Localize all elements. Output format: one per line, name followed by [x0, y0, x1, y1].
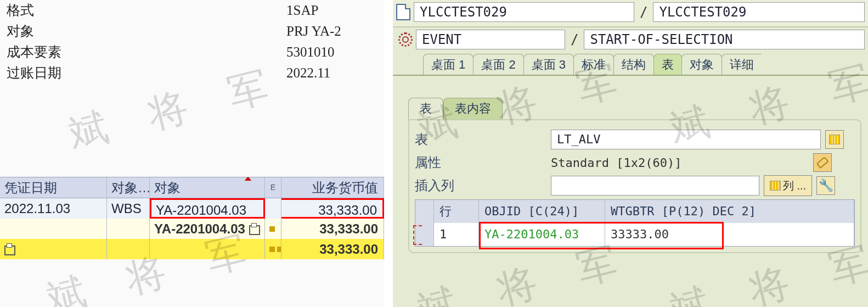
- field-value: PRJ YA-2: [286, 21, 341, 42]
- program-title-bar: /: [393, 0, 868, 27]
- col-header[interactable]: 凭证日期: [0, 177, 107, 198]
- table-header-row: 凭证日期 对象… 对象 E 业务货币值: [0, 177, 384, 198]
- settings-button[interactable]: 🔧: [816, 176, 835, 195]
- event-name-input[interactable]: [584, 30, 865, 49]
- col-header[interactable]: E: [265, 177, 281, 198]
- tab-desktop2[interactable]: 桌面 2: [473, 54, 523, 75]
- event-bar: /: [393, 27, 868, 54]
- debugger-panel: / / 桌面 1 桌面 2 桌面 3 标准 结构 表 对象 详细 表 表内容: [393, 0, 868, 307]
- cell-e: [265, 198, 281, 219]
- key-button[interactable]: [813, 153, 832, 172]
- desktop-tabstrip: 桌面 1 桌面 2 桌面 3 标准 结构 表 对象 详细: [393, 54, 868, 76]
- selection-bracket-left-icon: [413, 225, 422, 245]
- tab-structure[interactable]: 结构: [613, 54, 654, 75]
- columns-icon: [770, 181, 781, 191]
- tab-desktop1[interactable]: 桌面 1: [423, 54, 474, 75]
- key-icon: [817, 159, 828, 166]
- col-header[interactable]: 业务货币值: [281, 177, 384, 198]
- tab-desktop3[interactable]: 桌面 3: [523, 54, 574, 75]
- print-icon: [249, 225, 260, 235]
- cell-objtype: WBS: [107, 198, 150, 219]
- label-table: 表: [415, 131, 546, 148]
- insert-column-input[interactable]: [551, 176, 759, 196]
- tab-table-def[interactable]: 表: [408, 98, 443, 119]
- cell-value: 33,333.00: [281, 239, 384, 259]
- report-output-panel: 格式1SAP 对象PRJ YA-2 成本要素5301010 过账日期2022.1…: [0, 0, 393, 307]
- cell-date: 2022.11.03: [0, 198, 107, 219]
- tab-object[interactable]: 对象: [681, 54, 722, 75]
- wrench-icon: 🔧: [819, 178, 833, 193]
- field-value: 2022.11: [286, 63, 330, 83]
- alv-grid: 行 OBJID [C(24)] WTGBTR [P(12) DEC 2] 1 Y…: [415, 199, 855, 247]
- line-items-table: 凭证日期 对象… 对象 E 业务货币值 2022.11.03 WBS YA-22…: [0, 177, 384, 259]
- tab-table-content[interactable]: 表内容: [443, 98, 503, 119]
- alv-col-selector[interactable]: [415, 200, 434, 223]
- tab-detail[interactable]: 详细: [722, 54, 762, 75]
- table-row[interactable]: 2022.11.03 WBS YA-2201004.03 33,333.00: [0, 198, 384, 219]
- print-icon: [4, 245, 15, 255]
- label-attribute: 属性: [415, 154, 546, 171]
- table-row-subtotal[interactable]: YA-2201004.03 33,333.00: [0, 219, 384, 239]
- grid-icon: [829, 135, 840, 144]
- cell-value: 33,333.00: [281, 198, 384, 219]
- field-label: 格式: [7, 0, 286, 21]
- tab-standard[interactable]: 标准: [573, 54, 614, 75]
- columns-button[interactable]: 列 ...: [764, 175, 812, 196]
- separator: /: [638, 4, 650, 20]
- gear-icon[interactable]: [398, 32, 413, 47]
- field-label: 成本要素: [7, 42, 286, 63]
- alv-cell-rownum: 1: [434, 223, 479, 246]
- label-insert-col: 插入列: [415, 177, 546, 194]
- col-header[interactable]: 对象: [150, 177, 265, 198]
- event-type-input[interactable]: [416, 30, 565, 49]
- table-content-panel: 表 属性 Standard [1x2(60)] 插入列 列 ...: [408, 119, 861, 253]
- alv-cell-objid[interactable]: YA-2201004.03: [479, 223, 605, 246]
- separator: /: [568, 32, 580, 47]
- table-name-input[interactable]: [551, 130, 821, 149]
- cell-value: 33,333.00: [281, 219, 384, 239]
- sort-ascending-icon: [245, 177, 251, 181]
- include-name-input[interactable]: [653, 2, 865, 22]
- alv-col-rownum[interactable]: 行: [434, 200, 479, 223]
- field-label: 对象: [7, 21, 286, 42]
- document-icon[interactable]: [396, 4, 410, 20]
- cell-object: YA-2201004.03: [150, 198, 265, 219]
- alv-cell-wtgbtr[interactable]: 33333.00: [605, 223, 854, 246]
- cell-e: [265, 219, 281, 239]
- cell-object: YA-2201004.03: [150, 219, 265, 239]
- table-layout-button[interactable]: [825, 130, 844, 149]
- field-label: 过账日期: [7, 63, 286, 83]
- attribute-value: Standard [1x2(60)]: [551, 156, 809, 170]
- program-name-input[interactable]: [414, 2, 634, 22]
- alv-row[interactable]: 1 YA-2201004.03 33333.00: [415, 223, 854, 246]
- alv-col-wtgbtr[interactable]: WTGBTR [P(12) DEC 2]: [605, 200, 854, 223]
- alv-header-row: 行 OBJID [C(24)] WTGBTR [P(12) DEC 2]: [415, 200, 854, 223]
- alv-col-objid[interactable]: OBJID [C(24)]: [479, 200, 605, 223]
- inner-tabstrip: 表 表内容: [408, 98, 861, 119]
- table-row-total[interactable]: 33,333.00: [0, 239, 384, 259]
- field-value: 5301010: [286, 42, 335, 63]
- field-value: 1SAP: [286, 0, 318, 21]
- cell-e: [265, 239, 281, 259]
- header-fields: 格式1SAP 对象PRJ YA-2 成本要素5301010 过账日期2022.1…: [0, 0, 384, 83]
- tab-table[interactable]: 表: [653, 54, 682, 75]
- col-header[interactable]: 对象…: [107, 177, 150, 198]
